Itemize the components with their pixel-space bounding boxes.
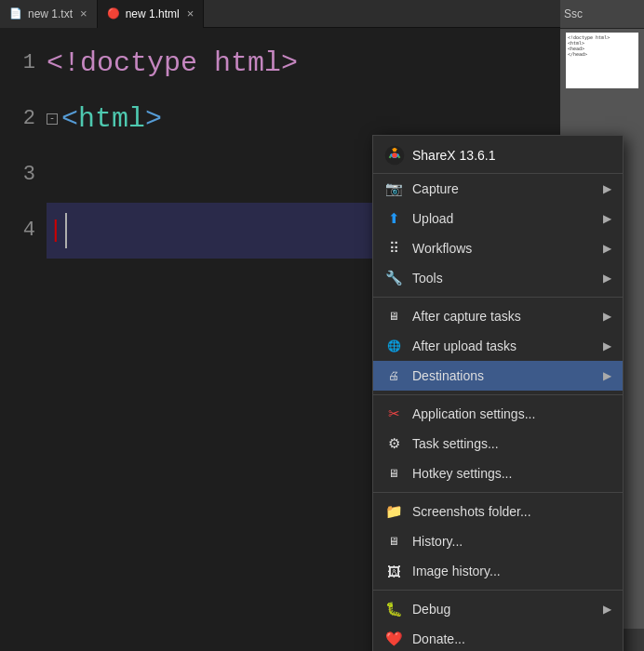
line-numbers: 1 2 3 4 <box>0 32 47 259</box>
menu-item-task-settings[interactable]: ⚙ Task settings... <box>373 429 623 458</box>
menu-header: ShareX 13.6.1 <box>373 140 623 174</box>
preview-thumbnail: <!doctype html> <html> <head> </head> <box>566 33 638 88</box>
tab-txt[interactable]: 📄 new 1.txt × <box>0 0 98 28</box>
right-header: Ssc <box>560 0 644 29</box>
tab-html-label: new 1.html <box>126 7 180 20</box>
line-num-3: 3 <box>0 147 35 203</box>
workflows-arrow: ▶ <box>603 242 611 255</box>
destinations-arrow: ▶ <box>603 369 611 382</box>
tab-txt-label: new 1.txt <box>28 7 73 20</box>
menu-item-app-settings[interactable]: ✂ Application settings... <box>373 399 623 429</box>
capture-arrow: ▶ <box>603 182 611 195</box>
app-settings-icon: ✂ <box>384 405 403 423</box>
after-upload-icon: 🌐 <box>384 337 403 355</box>
menu-item-debug[interactable]: 🐛 Debug ▶ <box>373 594 623 624</box>
after-capture-icon: 🖥 <box>384 307 403 326</box>
html-file-icon: 🔴 <box>107 7 120 20</box>
app-settings-label: Application settings... <box>412 406 611 421</box>
upload-arrow: ▶ <box>603 212 611 225</box>
debug-arrow: ▶ <box>603 603 611 616</box>
donate-icon: ❤️ <box>384 630 403 648</box>
line4-bracket: | <box>48 203 63 259</box>
destinations-label: Destinations <box>412 368 594 383</box>
hotkey-settings-icon: 🖥 <box>384 464 403 483</box>
workflows-icon: ⠿ <box>384 239 403 258</box>
menu-item-upload[interactable]: ⬆ Upload ▶ <box>373 204 623 233</box>
after-capture-arrow: ▶ <box>603 310 611 323</box>
capture-icon: 📷 <box>384 179 403 198</box>
cursor <box>65 213 67 248</box>
image-history-icon: 🖼 <box>384 562 403 580</box>
tab-bar: 📄 new 1.txt × 🔴 new 1.html × <box>0 0 644 28</box>
menu-title: ShareX 13.6.1 <box>412 148 496 163</box>
after-upload-arrow: ▶ <box>603 339 611 352</box>
after-capture-label: After capture tasks <box>412 309 594 324</box>
screenshots-folder-icon: 📁 <box>384 502 403 521</box>
separator-3 <box>373 492 623 493</box>
menu-item-image-history[interactable]: 🖼 Image history... <box>373 556 623 586</box>
task-settings-label: Task settings... <box>412 436 611 451</box>
donate-label: Donate... <box>412 631 611 646</box>
menu-item-hotkey-settings[interactable]: 🖥 Hotkey settings... <box>373 458 623 488</box>
menu-item-screenshots-folder[interactable]: 📁 Screenshots folder... <box>373 497 623 526</box>
tab-html-close[interactable]: × <box>187 7 195 20</box>
code-line-1: <!doctype html> <box>47 35 644 91</box>
txt-file-icon: 📄 <box>9 7 22 20</box>
destinations-icon: 🖨 <box>384 366 403 385</box>
tab-txt-close[interactable]: × <box>80 7 87 20</box>
separator-1 <box>373 297 623 298</box>
html-close-bracket: > <box>145 91 162 147</box>
doctype-tag: <!doctype html> <box>47 35 298 91</box>
upload-label: Upload <box>412 211 594 226</box>
menu-item-tools[interactable]: 🔧 Tools ▶ <box>373 263 623 293</box>
history-label: History... <box>412 534 611 549</box>
debug-label: Debug <box>412 602 594 617</box>
separator-4 <box>373 590 623 591</box>
screenshots-folder-label: Screenshots folder... <box>412 504 611 519</box>
line-num-2: 2 <box>0 91 35 147</box>
html-open-bracket: < <box>61 91 78 147</box>
menu-item-after-capture[interactable]: 🖥 After capture tasks ▶ <box>373 301 623 331</box>
debug-icon: 🐛 <box>384 600 403 618</box>
line-num-4: 4 <box>0 203 35 259</box>
context-menu: ShareX 13.6.1 📷 Capture ▶ ⬆ Upload ▶ ⠿ W… <box>372 135 624 651</box>
tools-label: Tools <box>412 271 594 286</box>
collapse-icon-2[interactable]: - <box>47 113 58 125</box>
history-icon: 🖥 <box>384 532 403 551</box>
tools-icon: 🔧 <box>384 269 403 287</box>
menu-item-history[interactable]: 🖥 History... <box>373 526 623 556</box>
preview-content: <!doctype html> <html> <head> </head> <box>566 33 638 59</box>
menu-item-donate[interactable]: ❤️ Donate... <box>373 624 623 651</box>
sharex-logo-icon <box>384 145 405 166</box>
tools-arrow: ▶ <box>603 272 611 285</box>
after-upload-label: After upload tasks <box>412 339 594 353</box>
menu-item-capture[interactable]: 📷 Capture ▶ <box>373 174 623 204</box>
line-num-1: 1 <box>0 35 35 91</box>
menu-item-workflows[interactable]: ⠿ Workflows ▶ <box>373 233 623 263</box>
menu-item-after-upload[interactable]: 🌐 After upload tasks ▶ <box>373 331 623 361</box>
separator-2 <box>373 394 623 395</box>
svg-point-1 <box>392 153 397 158</box>
tab-html[interactable]: 🔴 new 1.html × <box>98 0 205 28</box>
hotkey-settings-label: Hotkey settings... <box>412 466 611 481</box>
task-settings-icon: ⚙ <box>384 434 403 453</box>
upload-icon: ⬆ <box>384 209 403 228</box>
capture-label: Capture <box>412 181 594 196</box>
image-history-label: Image history... <box>412 564 611 578</box>
html-tag-name: html <box>78 91 145 147</box>
menu-item-destinations[interactable]: 🖨 Destinations ▶ <box>373 361 623 391</box>
workflows-label: Workflows <box>412 241 594 256</box>
